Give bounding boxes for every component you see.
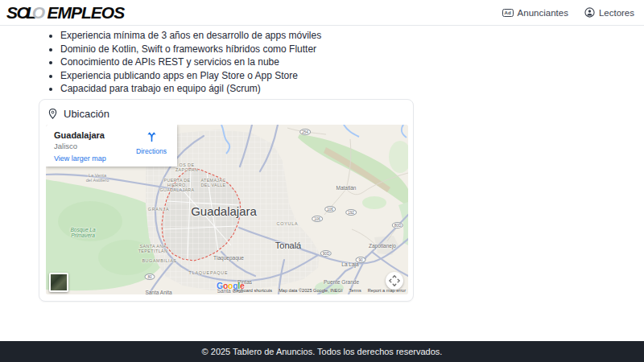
route-shield: 106 [312,216,323,222]
pan-control[interactable] [386,272,403,290]
nav-anunciantes[interactable]: Ad Anunciantes [502,8,568,18]
map-attribution: Keyboard shortcutsMap data ©2025 Google,… [233,288,406,293]
route-shield: 254 [299,129,311,135]
pan-arrows-icon [388,274,401,287]
requirement-item: Dominio de Kotlin, Swift o frameworks hí… [60,43,414,56]
main-content: Experiencia mínima de 3 años en desarrol… [39,29,414,302]
map-info-card: Guadalajara Jalisco View larger map Dire [46,125,177,167]
attribution-link[interactable]: Terms [349,288,361,293]
attribution-link[interactable]: Report a map error [368,288,406,293]
satellite-toggle[interactable] [49,273,68,292]
location-card-title: Ubicación [64,108,109,120]
route-shield: 80 [145,274,155,280]
footer-copyright: © 2025 Tablero de Anuncios. Todos los de… [202,347,443,356]
attribution-link[interactable]: Keyboard shortcuts [233,288,272,293]
nav-lectores-label: Lectores [599,8,634,18]
requirement-item: Experiencia publicando apps en Play Stor… [60,69,414,83]
header-nav: Ad Anunciantes Lectores [502,7,634,18]
logo-text: SOLOEMPLEOS [6,3,124,22]
attribution-text: Map data ©2025 Google, INEGI [279,288,342,293]
route-shield: 90 [356,257,366,263]
nav-anunciantes-label: Anunciantes [518,8,568,18]
requirement-item: Capacidad para trabajo en equipo ágil (S… [60,82,414,96]
map-pin-icon [47,108,58,120]
app-header: SOLOEMPLEOS Ad Anunciantes Lectores [0,0,644,26]
google-logo-letter: G [217,281,223,290]
location-card: Ubicación [39,99,414,302]
page-footer: © 2025 Tablero de Anuncios. Todos los de… [0,341,644,362]
map-canvas[interactable]: La Ventadel AstilleroOS DEZAPOPANPUERTA … [46,125,408,294]
ad-icon: Ad [502,9,514,17]
user-icon [584,7,595,18]
directions-icon [146,130,158,146]
directions-label: Directions [134,147,169,155]
requirement-item: Conocimiento de APIs REST y servicios en… [60,56,414,69]
route-shield: 192 [345,209,357,216]
location-card-header: Ubicación [46,106,407,125]
requirements-list: Experiencia mínima de 3 años en desarrol… [39,29,414,96]
route-shield: 106 [324,206,336,212]
directions-button[interactable]: Directions [134,130,169,155]
view-larger-map-link[interactable]: View larger map [54,154,106,162]
site-logo[interactable]: SOLOEMPLEOS [6,3,124,23]
requirement-item: Experiencia mínima de 3 años en desarrol… [60,29,414,43]
nav-lectores[interactable]: Lectores [584,7,634,18]
